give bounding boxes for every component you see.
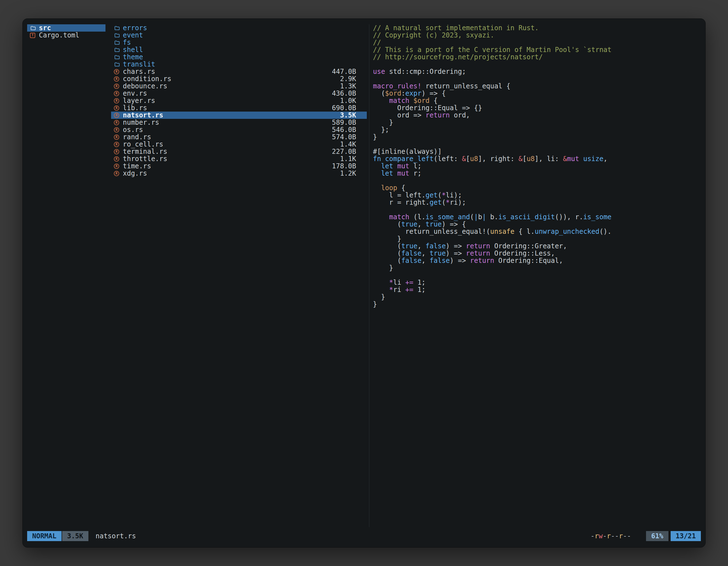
code-line [373,272,702,279]
file-row[interactable]: Rnatsort.rs3.5K [111,112,367,119]
code-line: // Copyright (c) 2023, sxyazi. [373,32,702,39]
rust-icon: R [114,84,123,89]
entry-size: 690.0B [332,104,364,112]
file-row[interactable]: Rcondition.rs2.9K [111,75,367,83]
cursor-position-badge: 13/21 [671,531,701,541]
code-line: } [373,133,702,141]
code-line [373,141,702,148]
code-line: #[inline(always)] [373,148,702,155]
entry-name: Cargo.toml [39,32,79,39]
entry-name: terminal.rs [123,148,167,155]
rust-icon: R [114,105,123,111]
code-line: } [373,119,702,126]
code-line: // This is a port of the C version of Ma… [373,46,702,53]
rust-icon: R [114,156,123,162]
code-line: } [373,264,702,272]
entry-name: xdg.rs [123,170,147,177]
rust-icon: R [114,76,123,82]
code-line: match $ord { [373,97,702,104]
code-line: macro_rules! return_unless_equal { [373,83,702,90]
scroll-percent-badge: 61% [646,531,668,541]
code-line: (true, true) => { [373,221,702,228]
mode-badge: NORMAL [27,531,62,541]
file-row[interactable]: Rchars.rs447.0B [111,68,367,75]
code-line: // http://sourcefrog.net/projects/natsor… [373,53,702,61]
code-line: }; [373,126,702,133]
folder-icon [114,54,123,60]
folder-row[interactable]: translit [111,61,367,68]
preview-pane: // A natural sort implementation in Rust… [369,24,702,527]
folder-row[interactable]: fs [111,39,367,46]
entry-name: env.rs [123,90,147,97]
rust-icon: R [114,69,123,74]
file-permissions: -rw-r--r-- [591,532,631,540]
entry-size: 178.0B [332,163,364,170]
entry-size: 1.3K [340,83,364,90]
entry-size: 1.4K [340,141,364,148]
folder-icon [114,25,123,31]
code-line: ($ord:expr) => { [373,90,702,97]
code-line [373,177,702,184]
rust-icon: R [114,142,123,147]
code-line [373,206,702,213]
entry-size: 2.9K [340,75,364,83]
code-line: // [373,39,702,46]
file-row[interactable]: Renv.rs436.0B [111,90,367,97]
code-line: } [373,293,702,300]
entry-name: event [123,32,143,39]
file-row[interactable]: Rthrottle.rs1.1K [111,155,367,163]
entry-name: number.rs [123,119,159,126]
entry-name: shell [123,46,143,53]
file-row[interactable]: Rlayer.rs1.0K [111,97,367,104]
folder-row[interactable]: errors [111,24,367,32]
file-row[interactable]: Ros.rs546.0B [111,126,367,133]
file-row[interactable]: Rtime.rs178.0B [111,163,367,170]
folder-icon [30,25,39,31]
panes: srcTCargo.toml errorseventfsshellthemetr… [23,19,705,527]
toml-icon: T [30,33,39,38]
file-row[interactable]: Rdebounce.rs1.3K [111,83,367,90]
entry-name: debounce.rs [123,83,167,90]
folder-row[interactable]: shell [111,46,367,53]
size-badge: 3.5K [62,531,88,541]
entry-size: 447.0B [332,68,364,75]
folder-row[interactable]: src [27,24,105,32]
entry-size: 574.0B [332,133,364,141]
entry-name: os.rs [123,126,143,133]
rust-icon: R [114,135,123,140]
code-line: l = left.get(*li); [373,192,702,199]
code-line: } [373,300,702,308]
status-bar: NORMAL 3.5K natsort.rs -rw-r--r-- 61% 13… [27,531,701,541]
folder-icon [114,62,123,67]
file-row[interactable]: TCargo.toml [27,32,105,39]
code-line [373,61,702,68]
rust-icon: R [114,113,123,118]
file-row[interactable]: Rnumber.rs589.0B [111,119,367,126]
entry-name: layer.rs [123,97,155,104]
file-row[interactable]: Rterminal.rs227.0B [111,148,367,155]
rust-icon: R [114,120,123,125]
folder-row[interactable]: theme [111,53,367,61]
file-row[interactable]: Rro_cell.rs1.4K [111,141,367,148]
entry-name: condition.rs [123,75,171,83]
entry-size: 3.5K [340,112,364,119]
entry-name: natsort.rs [123,112,163,119]
code-line: *li += 1; [373,279,702,286]
code-line: (true, false) => return Ordering::Greate… [373,243,702,250]
code-line: return_unless_equal!(unsafe { l.unwrap_u… [373,228,702,235]
entry-name: rand.rs [123,133,151,141]
yazi-terminal-window: srcTCargo.toml errorseventfsshellthemetr… [22,18,706,548]
file-row[interactable]: Rxdg.rs1.2K [111,170,367,177]
entry-name: lib.rs [123,104,147,112]
entry-name: time.rs [123,163,151,170]
entry-name: fs [123,39,131,46]
entry-name: throttle.rs [123,155,167,163]
file-row[interactable]: Rlib.rs690.0B [111,104,367,112]
code-line: use std::cmp::Ordering; [373,68,702,75]
entry-size: 436.0B [332,90,364,97]
folder-row[interactable]: event [111,32,367,39]
rust-icon: R [114,149,123,154]
entry-size: 227.0B [332,148,364,155]
file-row[interactable]: Rrand.rs574.0B [111,133,367,141]
entry-name: chars.rs [123,68,155,75]
